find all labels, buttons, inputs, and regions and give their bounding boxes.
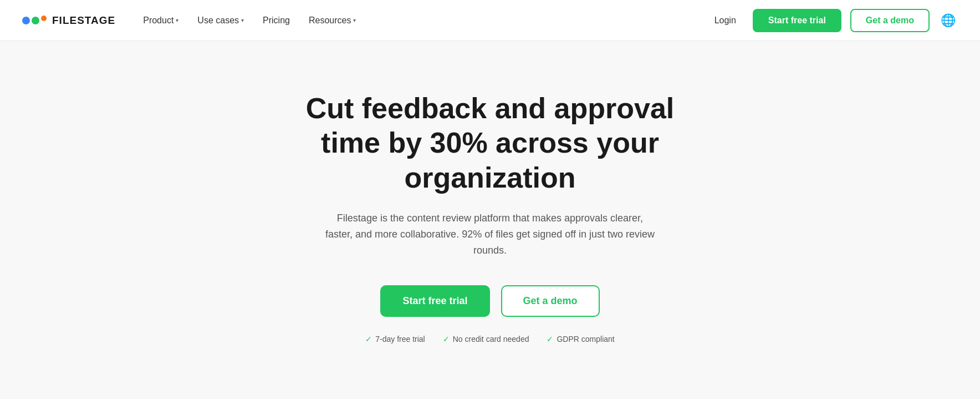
nav-links: Product ▾ Use cases ▾ Pricing Resources …	[135, 11, 706, 30]
check-icon: ✓	[547, 335, 553, 344]
navbar: FILESTAGE Product ▾ Use cases ▾ Pricing …	[0, 0, 980, 41]
chevron-down-icon: ▾	[176, 17, 178, 23]
trust-badges: ✓ 7-day free trial ✓ No credit card need…	[365, 335, 615, 344]
start-trial-hero-button[interactable]: Start free trial	[380, 285, 489, 317]
get-demo-nav-button[interactable]: Get a demo	[850, 9, 930, 32]
dot-green	[32, 17, 39, 24]
logo-dots	[22, 16, 47, 26]
trust-badge-gdpr: ✓ GDPR compliant	[547, 335, 614, 344]
nav-resources[interactable]: Resources ▾	[301, 11, 364, 30]
login-link[interactable]: Login	[707, 11, 744, 30]
nav-product[interactable]: Product ▾	[135, 11, 186, 30]
nav-right: Login Start free trial Get a demo 🌐	[707, 9, 958, 32]
chevron-down-icon: ▾	[241, 17, 244, 23]
hero-title: Cut feedback and approval time by 30% ac…	[274, 91, 706, 195]
chevron-down-icon: ▾	[353, 17, 356, 23]
nav-use-cases[interactable]: Use cases ▾	[190, 11, 252, 30]
logo-link[interactable]: FILESTAGE	[22, 14, 115, 27]
hero-buttons: Start free trial Get a demo	[380, 285, 599, 317]
globe-icon[interactable]: 🌐	[938, 11, 958, 30]
trust-badge-trial: ✓ 7-day free trial	[365, 335, 425, 344]
check-icon: ✓	[365, 335, 372, 344]
trust-badge-no-card: ✓ No credit card needed	[443, 335, 529, 344]
hero-subtitle: Filestage is the content review platform…	[324, 210, 656, 258]
hero-section: Cut feedback and approval time by 30% ac…	[0, 41, 980, 377]
logo-text: FILESTAGE	[52, 14, 115, 27]
dot-blue	[22, 17, 30, 24]
nav-pricing[interactable]: Pricing	[255, 11, 298, 30]
start-trial-nav-button[interactable]: Start free trial	[753, 9, 841, 32]
dot-orange	[41, 16, 47, 21]
get-demo-hero-button[interactable]: Get a demo	[501, 285, 600, 317]
check-icon: ✓	[443, 335, 450, 344]
